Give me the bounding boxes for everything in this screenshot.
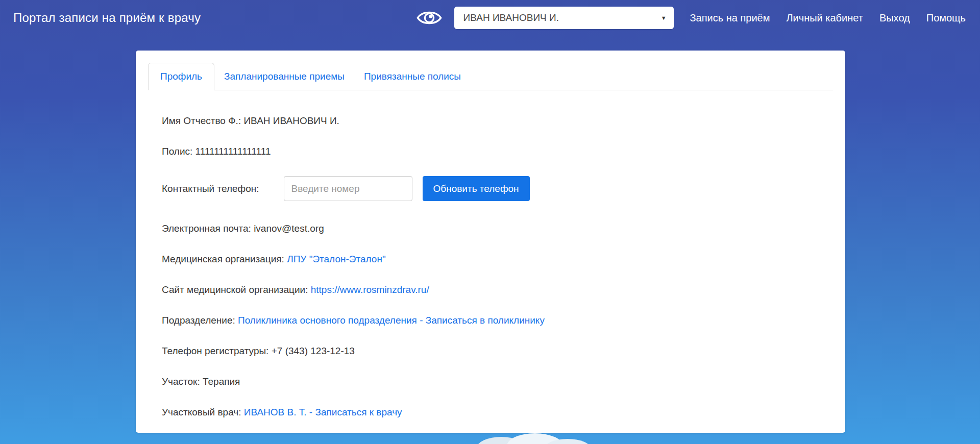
- policy-label: Полис:: [162, 146, 192, 157]
- site-label: Сайт медицинской организации:: [162, 284, 308, 295]
- tab-scheduled-appointments[interactable]: Запланированные приемы: [214, 63, 354, 90]
- site-row: Сайт медицинской организации: https://ww…: [162, 284, 819, 295]
- med-org-site-link[interactable]: https://www.rosminzdrav.ru/: [311, 284, 429, 295]
- profile-content: Имя Отчество Ф.: ИВАН ИВАНОВИЧ И. Полис:…: [148, 90, 833, 418]
- update-phone-button[interactable]: Обновить телефон: [423, 176, 530, 201]
- policy-value: 1111111111111111: [195, 146, 271, 157]
- med-org-row: Медицинская организация: ЛПУ "Эталон-Эта…: [162, 253, 819, 265]
- email-row: Электронная почта: ivanov@test.org: [162, 223, 819, 234]
- contact-phone-label: Контактный телефон:: [162, 183, 259, 194]
- district-value: Терапия: [203, 376, 240, 387]
- tab-bar: Профиль Запланированные приемы Привязанн…: [148, 63, 833, 90]
- nav-link-personal-cabinet[interactable]: Личный кабинет: [786, 12, 863, 24]
- email-value: ivanov@test.org: [254, 223, 324, 234]
- division-row: Подразделение: Поликлиника основного под…: [162, 314, 819, 326]
- division-label: Подразделение:: [162, 315, 235, 326]
- user-select-value: ИВАН ИВАНОВИЧ И.: [463, 12, 559, 23]
- tab-profile[interactable]: Профиль: [148, 63, 214, 90]
- policy-row: Полис: 1111111111111111: [162, 145, 819, 157]
- district-label: Участок:: [162, 376, 200, 387]
- district-doctor-row: Участковый врач: ИВАНОВ В. Т. - Записать…: [162, 406, 819, 418]
- navbar: Портал записи на приём к врачу ИВАН ИВАН…: [0, 0, 980, 36]
- registry-phone-value: +7 (343) 123-12-13: [272, 346, 355, 356]
- nav-link-make-appointment[interactable]: Запись на приём: [690, 12, 770, 24]
- email-label: Электронная почта:: [162, 223, 251, 234]
- district-doctor-label: Участковый врач:: [162, 407, 241, 417]
- cloud-decoration: [470, 431, 602, 444]
- user-select[interactable]: ИВАН ИВАНОВИЧ И. ▼: [454, 7, 674, 29]
- med-org-label: Медицинская организация:: [162, 254, 284, 264]
- registry-phone-label: Телефон регистратуры:: [162, 346, 268, 356]
- nav-link-logout[interactable]: Выход: [879, 12, 910, 24]
- profile-card: Профиль Запланированные приемы Привязанн…: [136, 51, 845, 433]
- name-value: ИВАН ИВАНОВИЧ И.: [243, 115, 339, 126]
- division-appointment-link[interactable]: Поликлиника основного подразделения - За…: [238, 315, 545, 326]
- tab-linked-policies[interactable]: Привязанные полисы: [354, 63, 471, 90]
- select-caret-icon: ▼: [661, 15, 667, 21]
- contact-phone-row: Контактный телефон: Обновить телефон: [162, 176, 819, 201]
- med-org-link[interactable]: ЛПУ "Эталон-Эталон": [287, 254, 385, 264]
- name-label: Имя Отчество Ф.:: [162, 115, 241, 126]
- portal-title: Портал записи на приём к врачу: [13, 11, 201, 25]
- navbar-right: ИВАН ИВАНОВИЧ И. ▼ Запись на приём Личны…: [416, 7, 966, 29]
- phone-input[interactable]: [284, 176, 412, 201]
- district-row: Участок: Терапия: [162, 376, 819, 387]
- name-row: Имя Отчество Ф.: ИВАН ИВАНОВИЧ И.: [162, 115, 819, 127]
- nav-link-help[interactable]: Помощь: [926, 12, 966, 24]
- accessibility-eye-icon[interactable]: [416, 8, 442, 28]
- doctor-appointment-link[interactable]: ИВАНОВ В. Т. - Записаться к врачу: [244, 407, 402, 417]
- registry-phone-row: Телефон регистратуры: +7 (343) 123-12-13: [162, 345, 819, 357]
